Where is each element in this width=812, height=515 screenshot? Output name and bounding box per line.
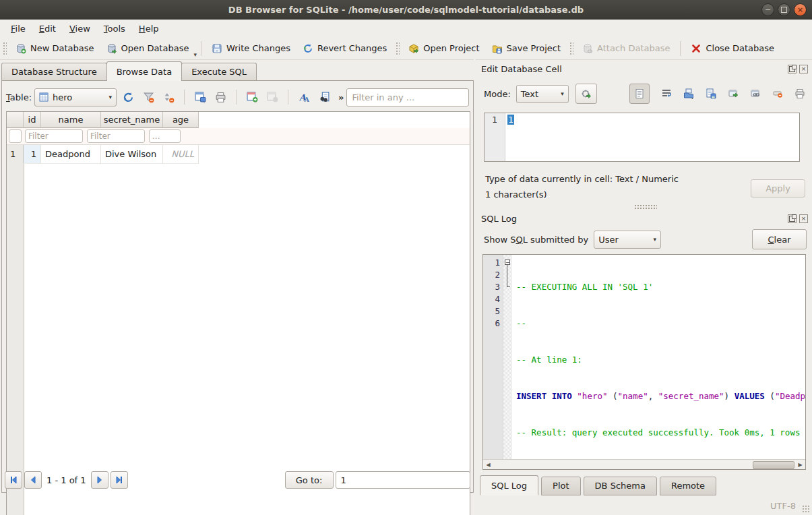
title-bar[interactable]: DB Browser for SQLite - /home/user/code/…	[0, 0, 812, 20]
maximize-icon[interactable]	[778, 3, 790, 16]
set-null-icon[interactable]	[772, 88, 783, 99]
export-to-file-icon[interactable]	[706, 88, 716, 99]
cell-secret-name[interactable]: Dive Wilson	[101, 145, 163, 164]
sql-log-hscrollbar[interactable]: ◀ ▶	[483, 459, 805, 469]
tab-execute-sql[interactable]: Execute SQL	[181, 63, 257, 81]
right-pane: Edit Database Cell × Mode: Text ▾	[478, 59, 812, 515]
column-header-name[interactable]: name	[41, 112, 101, 128]
table-select[interactable]: hero ▾	[34, 88, 117, 107]
record-range-label: 1 - 1 of 1	[44, 475, 89, 485]
close-database-button[interactable]: Close Database	[685, 40, 780, 57]
table-row: 1 1 Deadpond Dive Wilson NULL	[7, 145, 470, 164]
toolbar-separator	[236, 90, 237, 104]
cell-editor-content[interactable]: 1	[507, 115, 514, 125]
resize-grip[interactable]	[802, 505, 810, 513]
open-database-dropdown-icon[interactable]: ▾	[193, 51, 197, 59]
dock-tab-sql-log[interactable]: SQL Log	[480, 475, 538, 495]
text-mode-toggle[interactable]	[629, 84, 650, 104]
menu-view[interactable]: View	[63, 21, 97, 36]
toolbar-grip[interactable]	[3, 42, 7, 55]
toolbar-overflow-icon[interactable]: »	[338, 92, 344, 102]
menu-tools[interactable]: Tools	[97, 21, 132, 36]
column-header-id[interactable]: id	[24, 112, 41, 128]
clear-sort-button[interactable]	[160, 88, 177, 106]
dock-tab-plot[interactable]: Plot	[541, 477, 581, 495]
filter-age-input[interactable]	[149, 129, 181, 143]
revert-changes-button[interactable]: Revert Changes	[296, 40, 393, 57]
word-wrap-icon[interactable]	[661, 88, 672, 99]
sql-log-view[interactable]: 1 2 3 4 5 6 − -- EXECUTING ALL IN 'SQL 1…	[482, 254, 806, 470]
tab-browse-data[interactable]: Browse Data	[106, 61, 183, 81]
scroll-right-icon[interactable]: ▶	[796, 460, 805, 468]
scrollbar-thumb[interactable]	[753, 461, 794, 469]
dock-tab-db-schema[interactable]: DB Schema	[584, 477, 657, 495]
insert-record-button[interactable]	[243, 88, 261, 106]
open-database-button[interactable]: Open Database	[100, 40, 195, 57]
print-button[interactable]	[212, 88, 229, 106]
close-icon[interactable]: ×	[794, 3, 807, 16]
dock-tab-remote[interactable]: Remote	[660, 477, 716, 495]
toolbar-separator	[184, 90, 185, 104]
first-record-button[interactable]	[5, 471, 22, 489]
write-changes-button[interactable]: Write Changes	[206, 40, 296, 57]
column-header-age[interactable]: age	[163, 112, 199, 128]
export-table-button[interactable]	[191, 88, 209, 106]
cell-name[interactable]: Deadpond	[41, 145, 101, 164]
row-number[interactable]: 1	[7, 145, 24, 164]
minimize-icon[interactable]: −	[761, 3, 774, 16]
new-database-button[interactable]: New Database	[9, 40, 100, 57]
menu-file[interactable]: File	[4, 21, 32, 36]
show-sql-label: Show SQL submitted by	[484, 235, 588, 245]
main-tab-bar: Database Structure Browse Data Execute S…	[1, 62, 256, 81]
dock-float-icon[interactable]	[788, 65, 797, 73]
fold-collapse-icon[interactable]: −	[505, 260, 510, 265]
last-record-button[interactable]	[111, 471, 128, 489]
clear-filters-button[interactable]	[139, 88, 157, 106]
goto-button[interactable]: Go to:	[285, 471, 334, 489]
cell-editor[interactable]: 1 1	[484, 113, 800, 162]
sql-log-dock-header: SQL Log ×	[478, 212, 812, 225]
open-url-icon[interactable]	[750, 88, 761, 99]
close-database-icon	[691, 43, 701, 54]
import-from-file-icon[interactable]	[683, 88, 694, 99]
print-cell-icon[interactable]	[794, 88, 805, 99]
tab-database-structure[interactable]: Database Structure	[1, 63, 107, 81]
table-icon	[39, 92, 49, 102]
edit-display-format-button[interactable]: AA	[295, 88, 313, 106]
fold-margin[interactable]: −	[503, 255, 512, 460]
goto-input[interactable]	[336, 471, 470, 489]
sql-log-code: -- EXECUTING ALL IN 'SQL 1' -- -- At lin…	[512, 255, 805, 460]
filter-name-input[interactable]	[25, 129, 83, 143]
filter-secret-name-input[interactable]	[87, 129, 145, 143]
cell-editor-line-number: 1	[485, 113, 505, 161]
clear-log-button[interactable]: Clear	[752, 229, 807, 249]
dock-close-icon[interactable]: ×	[799, 65, 808, 73]
open-in-external-app-icon[interactable]	[728, 88, 739, 99]
toolbar-grip[interactable]	[569, 42, 573, 55]
cell-age[interactable]: NULL	[163, 145, 199, 164]
scroll-left-icon[interactable]: ◀	[484, 460, 493, 468]
sql-log-filter-select[interactable]: User ▾	[594, 231, 661, 249]
next-record-button[interactable]	[91, 471, 108, 489]
encoding-label[interactable]: UTF-8	[770, 501, 796, 511]
dock-splitter-handle[interactable]	[634, 204, 657, 209]
open-project-button[interactable]: Open Project	[402, 40, 485, 57]
save-project-button[interactable]: Save Project	[486, 40, 567, 57]
chevron-down-icon: ▾	[108, 94, 112, 100]
previous-record-button[interactable]	[24, 471, 42, 489]
column-header-secret-name[interactable]: secret_name	[101, 112, 163, 128]
cell-id[interactable]: 1	[24, 145, 41, 164]
mode-select[interactable]: Text ▾	[516, 85, 569, 103]
toolbar-grip[interactable]	[396, 42, 400, 55]
auto-switch-mode-button[interactable]	[575, 84, 597, 104]
menu-edit[interactable]: Edit	[32, 21, 63, 36]
find-in-table-button[interactable]	[315, 88, 333, 106]
menu-help[interactable]: Help	[132, 21, 166, 36]
dock-close-icon[interactable]: ×	[799, 214, 808, 223]
dock-float-icon[interactable]	[788, 214, 797, 223]
attach-database-icon	[582, 43, 593, 54]
refresh-button[interactable]	[119, 88, 137, 106]
filter-any-column-input[interactable]	[346, 88, 469, 107]
pane-splitter[interactable]	[474, 59, 476, 515]
corner-header[interactable]	[7, 112, 24, 128]
